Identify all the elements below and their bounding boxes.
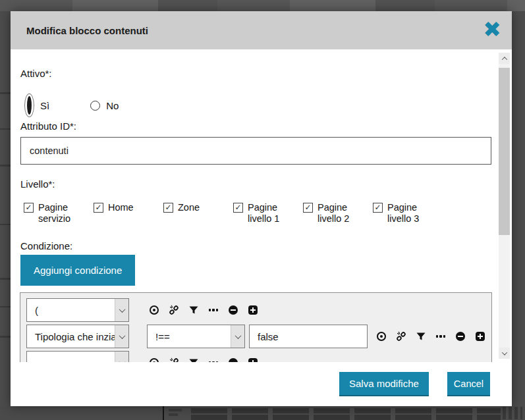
remove-condition-icon[interactable] <box>455 331 466 342</box>
checkbox-label: Pagine livello 1 <box>248 202 290 224</box>
backdrop-line <box>0 224 11 225</box>
backdrop-line <box>0 128 11 130</box>
backdrop-chip <box>169 413 178 416</box>
circle-dot-icon[interactable] <box>376 331 387 342</box>
scrollbar-thumb[interactable] <box>499 68 510 235</box>
radio-si[interactable] <box>24 93 34 117</box>
close-icon[interactable]: ✖ <box>483 18 501 40</box>
condition-value-input[interactable] <box>249 325 368 348</box>
unlink-icon[interactable] <box>396 331 406 342</box>
scroll-up-button[interactable] <box>499 53 510 64</box>
condition-builder: ( <box>20 292 492 362</box>
bracket-select[interactable] <box>26 351 129 362</box>
radio-no[interactable] <box>90 101 100 111</box>
checkbox-label: Pagine servizio <box>38 202 80 224</box>
unlink-icon[interactable] <box>169 357 179 362</box>
backdrop-line <box>0 278 11 280</box>
screen: Modifica blocco contenuti ✖ Attivo*: Sì … <box>0 0 525 420</box>
circle-dot-icon[interactable] <box>149 305 159 315</box>
backdrop-line <box>0 336 11 338</box>
checkbox-item: Pagine livello 2 <box>303 202 373 224</box>
chevron-down-icon <box>115 299 128 321</box>
field-select[interactable]: Tipologia che inzia <box>26 325 129 348</box>
condition-toolbar <box>376 331 485 342</box>
checkbox-label: Pagine livello 3 <box>387 202 429 224</box>
cancel-button[interactable]: Cancel <box>447 372 490 396</box>
checkbox-pagine-livello-2[interactable] <box>303 203 313 213</box>
condition-row <box>26 351 485 362</box>
checkbox-item: Pagine livello 3 <box>373 202 429 224</box>
dialog-header: Modifica blocco contenuti ✖ <box>11 11 512 49</box>
backdrop-chip <box>169 409 182 411</box>
condition-row: ( <box>26 298 485 322</box>
checkbox-pagine-livello-1[interactable] <box>233 203 243 213</box>
condizione-label: Condizione: <box>20 240 72 251</box>
add-condition-icon[interactable] <box>248 357 258 362</box>
select-value: Tipologia che inzia <box>27 325 115 348</box>
chevron-down-icon <box>231 325 244 348</box>
add-condition-icon[interactable] <box>248 305 258 315</box>
attivo-radio-group: Sì No <box>24 93 119 117</box>
vertical-scrollbar[interactable] <box>499 53 510 359</box>
remove-condition-icon[interactable] <box>228 357 238 362</box>
ellipsis-icon[interactable] <box>208 357 219 362</box>
remove-condition-icon[interactable] <box>228 305 238 315</box>
backdrop-stripes <box>503 407 522 419</box>
checkbox-zone[interactable] <box>163 203 173 213</box>
backdrop-line <box>0 92 11 94</box>
filter-icon[interactable] <box>416 331 426 342</box>
filter-icon[interactable] <box>188 305 199 315</box>
dialog-body: Attivo*: Sì No Attributo ID*: Livello*: … <box>11 49 512 362</box>
condition-toolbar <box>149 305 258 315</box>
select-value: !== <box>148 325 231 348</box>
chevron-down-icon <box>115 352 128 362</box>
edit-content-block-dialog: Modifica blocco contenuti ✖ Attivo*: Sì … <box>11 11 512 406</box>
add-condition-button[interactable]: Aggiungi condizione <box>20 255 135 286</box>
operator-select[interactable]: !== <box>147 325 245 348</box>
backdrop-line <box>0 165 11 167</box>
checkbox-label: Zone <box>178 202 220 213</box>
checkbox-pagine-livello-3[interactable] <box>373 203 383 213</box>
dialog-title: Modifica blocco contenuti <box>26 25 148 36</box>
checkbox-item: Home <box>94 202 163 224</box>
circle-dot-icon[interactable] <box>149 357 159 362</box>
attributo-id-label: Attributo ID*: <box>20 120 76 132</box>
backdrop-divider <box>163 406 164 420</box>
backdrop-table-row <box>191 408 501 413</box>
filter-icon[interactable] <box>188 357 199 362</box>
ellipsis-icon[interactable] <box>208 305 219 315</box>
backdrop-top-strip <box>0 0 525 11</box>
scroll-down-button[interactable] <box>499 348 510 359</box>
checkbox-item: Pagine servizio <box>24 202 94 224</box>
select-value <box>27 352 115 362</box>
checkbox-label: Pagine livello 2 <box>318 202 360 224</box>
save-button[interactable]: Salva modifiche <box>339 372 429 396</box>
radio-si-label: Sì <box>40 100 49 111</box>
checkbox-pagine-servizio[interactable] <box>24 203 34 213</box>
backdrop-line <box>0 306 11 307</box>
checkbox-home[interactable] <box>94 203 103 213</box>
checkbox-label: Home <box>108 202 150 213</box>
condition-row: Tipologia che inzia !== <box>26 325 485 348</box>
bracket-select[interactable]: ( <box>26 298 129 322</box>
ellipsis-icon[interactable] <box>435 331 446 342</box>
radio-no-label: No <box>106 100 119 111</box>
backdrop-table-row <box>191 415 501 420</box>
chevron-down-icon <box>115 325 128 348</box>
select-value: ( <box>27 299 115 321</box>
attributo-id-input[interactable] <box>20 137 491 165</box>
attivo-label: Attivo*: <box>20 68 52 79</box>
dialog-footer: Salva modifiche Cancel <box>11 362 512 406</box>
add-condition-icon[interactable] <box>475 331 485 342</box>
checkbox-item: Zone <box>163 202 233 224</box>
unlink-icon[interactable] <box>169 305 179 315</box>
livello-label: Livello*: <box>20 178 55 190</box>
livello-checkbox-group: Pagine servizio Home Zone Pagine livello… <box>24 202 429 224</box>
checkbox-item: Pagine livello 1 <box>233 202 303 224</box>
condition-toolbar <box>149 357 258 362</box>
